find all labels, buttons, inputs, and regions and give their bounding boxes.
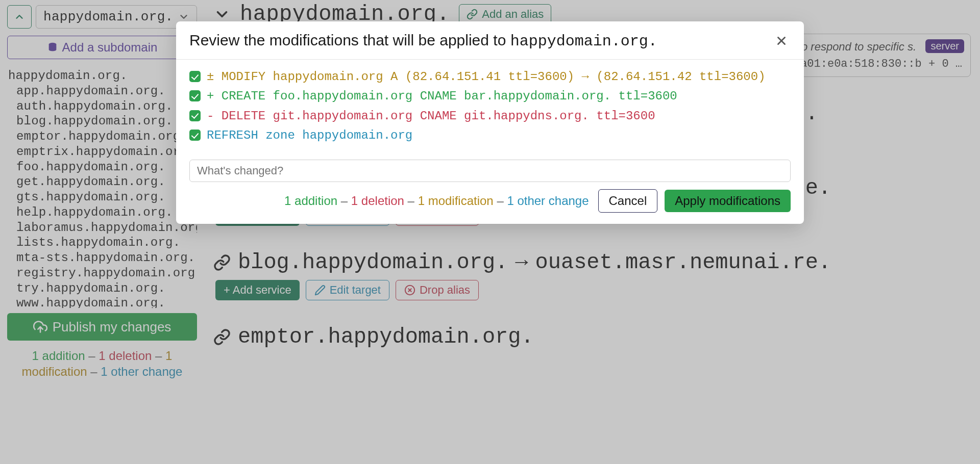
modal-footer: 1 addition – 1 deletion – 1 modification…: [176, 182, 804, 224]
diff-row: - DELETE git.happydomain.org CNAME git.h…: [189, 108, 791, 124]
cancel-button[interactable]: Cancel: [598, 189, 658, 213]
review-modal: Review the modifications that will be ap…: [176, 21, 804, 224]
close-button[interactable]: [772, 32, 791, 50]
diff-row: ± MODIFY happydomain.org A (82.64.151.41…: [189, 69, 791, 85]
diff-text: ± MODIFY happydomain.org A (82.64.151.41…: [207, 69, 766, 85]
modal-header: Review the modifications that will be ap…: [176, 21, 804, 60]
diff-row: + CREATE foo.happydomain.org CNAME bar.h…: [189, 88, 791, 105]
modal-summary: 1 addition – 1 deletion – 1 modification…: [284, 194, 589, 208]
apply-button[interactable]: Apply modifications: [665, 190, 791, 212]
close-icon: [775, 34, 788, 47]
checkbox[interactable]: [189, 130, 201, 141]
diff-text: + CREATE foo.happydomain.org CNAME bar.h…: [207, 88, 677, 105]
checkbox[interactable]: [189, 90, 201, 101]
modal-title: Review the modifications that will be ap…: [189, 32, 657, 50]
checkbox[interactable]: [189, 71, 201, 82]
diff-list: ± MODIFY happydomain.org A (82.64.151.41…: [176, 60, 804, 153]
commit-message-input[interactable]: [189, 160, 791, 182]
diff-text: - DELETE git.happydomain.org CNAME git.h…: [207, 108, 655, 124]
checkbox[interactable]: [189, 110, 201, 121]
diff-row: REFRESH zone happydomain.org: [189, 127, 791, 144]
diff-text: REFRESH zone happydomain.org: [207, 127, 412, 144]
modal-overlay: Review the modifications that will be ap…: [0, 0, 980, 464]
